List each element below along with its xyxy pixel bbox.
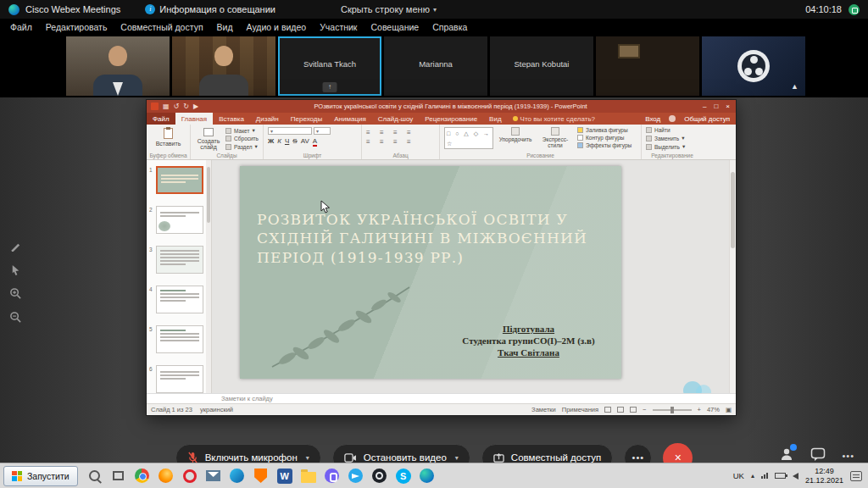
- start-button[interactable]: Запустити: [3, 466, 78, 486]
- tab-file[interactable]: Файл: [147, 113, 175, 125]
- tab-review[interactable]: Рецензирование: [419, 113, 483, 125]
- undo-icon[interactable]: ↺: [174, 103, 180, 110]
- reset-button[interactable]: Сбросить: [225, 136, 259, 141]
- close-button[interactable]: ×: [726, 103, 730, 110]
- language-indicator[interactable]: украинский: [200, 406, 233, 413]
- save-icon[interactable]: ▦: [163, 103, 170, 110]
- more-panels-button[interactable]: •••: [842, 451, 854, 461]
- search-icon[interactable]: [86, 468, 103, 485]
- select-button[interactable]: Выделить ▾: [646, 143, 698, 150]
- font-name-box[interactable]: ▾: [268, 127, 312, 135]
- line-spacing-button[interactable]: ≡: [407, 129, 417, 136]
- quick-styles-button[interactable]: Экспресс-стили: [537, 127, 573, 149]
- slideshow-view-icon[interactable]: [630, 407, 637, 413]
- zoom-out-button[interactable]: −: [643, 406, 646, 413]
- underline-button[interactable]: Ч: [285, 137, 289, 145]
- participant-video-tile-1[interactable]: [66, 36, 170, 96]
- find-button[interactable]: Найти: [646, 127, 698, 133]
- skype-icon[interactable]: S: [395, 468, 412, 485]
- columns-button[interactable]: ≡: [407, 138, 417, 146]
- tab-view[interactable]: Вид: [483, 113, 507, 125]
- font-size-box[interactable]: ▾: [314, 127, 331, 135]
- normal-view-icon[interactable]: [604, 407, 611, 413]
- tab-insert[interactable]: Вставка: [213, 113, 250, 125]
- slide-sorter-view-icon[interactable]: [617, 407, 624, 413]
- network-icon[interactable]: [761, 473, 768, 479]
- tab-transitions[interactable]: Переходы: [285, 113, 329, 125]
- mail-icon[interactable]: [205, 468, 222, 485]
- notes-toggle[interactable]: Заметки: [531, 406, 556, 413]
- sign-in-button[interactable]: Вход: [645, 115, 660, 123]
- slideshow-icon[interactable]: ▶: [193, 103, 198, 110]
- zoom-in-icon[interactable]: [9, 287, 22, 300]
- section-button[interactable]: Раздел ▾: [225, 143, 259, 150]
- tell-me-box[interactable]: Что вы хотите сделать?: [508, 113, 600, 125]
- shape-fill-button[interactable]: Заливка фигуры: [577, 127, 632, 133]
- shape-effects-button[interactable]: Эффекты фигуры: [577, 142, 632, 148]
- zoom-in-button[interactable]: +: [698, 406, 701, 413]
- slide-thumbnail-1[interactable]: 1: [149, 166, 203, 194]
- menu-participant[interactable]: Участник: [313, 22, 364, 32]
- participant-video-tile-2[interactable]: [172, 36, 275, 96]
- arrange-button[interactable]: Упорядочить: [498, 127, 533, 149]
- mic-options-chevron-icon[interactable]: ▾: [306, 454, 309, 462]
- task-view-icon[interactable]: [110, 468, 127, 485]
- speaker-icon[interactable]: [793, 473, 798, 480]
- taskbar-clock[interactable]: 12:49 21.12.2021: [805, 467, 843, 485]
- action-center-icon[interactable]: [850, 471, 862, 481]
- zoom-slider[interactable]: [653, 409, 692, 411]
- maximize-button[interactable]: □: [714, 103, 718, 110]
- participant-tile-marianna[interactable]: Marianna: [384, 36, 487, 96]
- shapes-gallery[interactable]: □ ○ △ ◇ → ☆□ ○ △ ◇ →: [444, 127, 493, 149]
- comments-toggle[interactable]: Примечания: [562, 406, 598, 413]
- battery-icon[interactable]: [775, 473, 786, 479]
- language-indicator[interactable]: UK: [733, 471, 744, 480]
- participant-video-tile-obs[interactable]: ▲: [702, 36, 805, 96]
- obs-icon[interactable]: [371, 468, 388, 485]
- strikethrough-button[interactable]: S: [292, 137, 297, 145]
- char-spacing-button[interactable]: AV: [301, 137, 309, 145]
- bold-button[interactable]: Ж: [268, 137, 274, 145]
- align-right-button[interactable]: ≡: [393, 138, 403, 146]
- firefox-icon[interactable]: [158, 468, 175, 485]
- layout-button[interactable]: Макет ▾: [225, 127, 259, 134]
- numbering-button[interactable]: ≡: [380, 129, 390, 136]
- fit-to-window-icon[interactable]: ▣: [726, 406, 732, 413]
- menu-help[interactable]: Справка: [426, 22, 474, 32]
- hide-menu-button[interactable]: Скрыть строку меню ▾: [341, 4, 437, 14]
- thumbnail-scrollbar[interactable]: [206, 160, 211, 393]
- redo-icon[interactable]: ↻: [183, 103, 189, 110]
- tab-animations[interactable]: Анимация: [328, 113, 372, 125]
- zoom-level[interactable]: 47%: [707, 406, 720, 413]
- slide-thumbnail-4[interactable]: 4: [149, 286, 203, 313]
- replace-button[interactable]: Заменить ▾: [646, 135, 698, 141]
- webex-icon[interactable]: [419, 468, 436, 485]
- new-slide-button[interactable]: Создать слайд: [195, 127, 222, 150]
- notes-pane[interactable]: Заметки к слайду: [147, 393, 736, 403]
- slide-thumbnail-6[interactable]: 6: [149, 365, 203, 393]
- menu-view[interactable]: Вид: [210, 22, 240, 32]
- tray-expand-icon[interactable]: ▴: [751, 472, 754, 480]
- edge-icon[interactable]: [229, 468, 246, 485]
- antivirus-shield-icon[interactable]: [253, 468, 270, 485]
- video-options-chevron-icon[interactable]: ▾: [455, 454, 459, 462]
- zoom-out-icon[interactable]: [9, 311, 22, 324]
- meeting-info-button[interactable]: i Информация о совещании: [145, 4, 275, 14]
- font-color-button[interactable]: A: [313, 137, 317, 147]
- slide-thumbnail-5[interactable]: 5: [149, 325, 203, 353]
- pointer-icon[interactable]: [9, 263, 22, 276]
- chrome-icon[interactable]: [134, 468, 151, 485]
- indent-button[interactable]: ≡: [393, 129, 403, 136]
- italic-button[interactable]: К: [277, 137, 281, 145]
- word-icon[interactable]: W: [276, 468, 293, 485]
- opera-icon[interactable]: [181, 468, 198, 485]
- editor-scrollbar[interactable]: [729, 160, 736, 393]
- annotate-pen-icon[interactable]: [9, 240, 22, 252]
- ppt-share-button[interactable]: Общий доступ: [684, 115, 730, 123]
- participant-tile-svitlana-tkach[interactable]: Svitlana Tkach ↑: [278, 36, 381, 96]
- menu-file[interactable]: Файл: [3, 22, 39, 32]
- menu-meeting[interactable]: Совещание: [364, 22, 426, 32]
- tab-home[interactable]: Главная: [175, 113, 213, 125]
- align-center-button[interactable]: ≡: [380, 138, 390, 146]
- align-left-button[interactable]: ≡: [366, 138, 376, 146]
